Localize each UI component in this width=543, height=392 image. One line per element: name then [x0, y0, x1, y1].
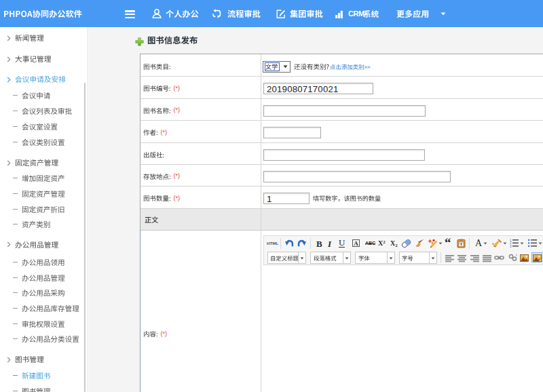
svg-text:3: 3: [510, 245, 512, 248]
svg-text:T: T: [460, 241, 463, 246]
svg-text:a: a: [492, 241, 494, 246]
